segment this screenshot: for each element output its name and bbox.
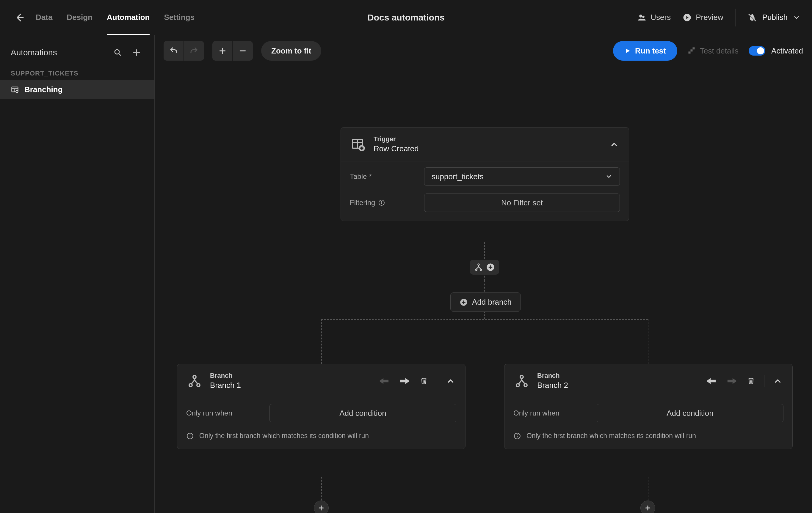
branch2-kicker: Branch (537, 372, 568, 380)
branch2-move-right-button[interactable] (725, 375, 738, 387)
branch1-header[interactable]: Branch Branch 1 (177, 364, 465, 398)
table-select[interactable]: support_tickets (424, 167, 620, 186)
svg-point-52 (520, 375, 523, 379)
tab-design[interactable]: Design (67, 0, 92, 35)
svg-marker-56 (727, 378, 737, 384)
branch1-info-row: Only the first branch which matches its … (186, 430, 456, 440)
svg-line-8 (119, 54, 121, 56)
add-branch-button[interactable]: Add branch (450, 293, 521, 312)
topbar: Data Design Automation Settings Docs aut… (0, 0, 812, 35)
info-icon (186, 432, 194, 440)
svg-rect-23 (692, 47, 695, 49)
branch2-name: Branch 2 (537, 381, 568, 390)
trigger-header[interactable]: Trigger Row Created (341, 127, 629, 161)
divider (735, 9, 735, 26)
add-branch-label: Add branch (472, 298, 512, 307)
sidebar-add-button[interactable] (129, 47, 144, 59)
table-add-icon (350, 136, 367, 153)
branch1-move-left-button[interactable] (378, 375, 390, 387)
branch-icon-button[interactable] (474, 263, 483, 272)
svg-marker-45 (379, 378, 388, 384)
zoom-group (212, 41, 253, 61)
users-button[interactable]: Users (637, 13, 671, 22)
branch2-delete-button[interactable] (746, 376, 756, 386)
sidebar-search-button[interactable] (110, 47, 125, 59)
branch1-add-condition-button[interactable]: Add condition (269, 404, 456, 422)
branch1-move-right-button[interactable] (398, 375, 411, 387)
activated-toggle[interactable] (749, 46, 765, 56)
branch2-move-left-button[interactable] (705, 375, 718, 387)
branch2-note: Only the first branch which matches its … (526, 432, 696, 440)
branch2-node: Branch Branch 2 (504, 364, 793, 449)
svg-point-34 (475, 269, 477, 270)
add-step-button[interactable] (486, 263, 495, 272)
branch1-name: Branch 1 (210, 381, 241, 390)
undo-button[interactable] (164, 41, 184, 61)
flow-canvas[interactable]: Trigger Row Created Table * support_tick… (155, 67, 812, 513)
sidebar-section-label: SUPPORT_TICKETS (0, 64, 154, 80)
run-test-label: Run test (635, 47, 666, 56)
users-label: Users (650, 13, 671, 22)
steps-icon (687, 47, 696, 55)
zoom-out-button[interactable] (233, 41, 253, 61)
play-icon (624, 48, 631, 54)
connector-line (321, 319, 648, 320)
filter-button[interactable]: No Filter set (424, 193, 620, 212)
branch1-note: Only the first branch which matches its … (199, 432, 369, 440)
tab-data[interactable]: Data (36, 0, 52, 35)
branch1-add-step-button[interactable] (314, 501, 329, 513)
trigger-body: Table * support_tickets Filtering (341, 161, 629, 221)
chevron-down-icon (793, 14, 800, 21)
tab-automation[interactable]: Automation (107, 0, 150, 35)
branch2-run-when-row: Only run when Add condition (513, 404, 783, 422)
table-field-row: Table * support_tickets (350, 167, 620, 186)
branch1-collapse-button[interactable] (445, 375, 456, 387)
redo-button[interactable] (184, 41, 204, 61)
connector-line (648, 319, 648, 364)
activated-toggle-wrap: Activated (749, 46, 803, 56)
test-details-button[interactable]: Test details (687, 47, 738, 56)
tab-settings[interactable]: Settings (164, 0, 195, 35)
svg-point-1 (639, 14, 642, 18)
sidebar-item-label: Branching (24, 85, 63, 94)
undo-redo-group (164, 41, 204, 61)
test-details-label: Test details (700, 47, 738, 56)
svg-rect-21 (688, 52, 690, 54)
back-button[interactable] (12, 12, 27, 23)
svg-point-42 (193, 375, 196, 379)
branch2-add-condition-button[interactable]: Add condition (597, 404, 783, 422)
table-select-value: support_tickets (432, 172, 484, 181)
separator (764, 375, 764, 387)
branch2-run-when-label: Only run when (513, 409, 591, 417)
plus-circle-icon (460, 298, 468, 306)
branch1-body: Only run when Add condition Only the fir… (177, 398, 465, 449)
sidebar: Automations SUPPORT_TICKETS Branching (0, 35, 155, 513)
branch2-header[interactable]: Branch Branch 2 (504, 364, 792, 398)
sidebar-item-branching[interactable]: Branching (0, 80, 154, 99)
branch1-run-when-label: Only run when (186, 409, 263, 417)
trigger-name: Row Created (374, 144, 419, 153)
separator (437, 375, 437, 387)
svg-point-33 (478, 264, 480, 265)
branch2-info-row: Only the first branch which matches its … (513, 430, 783, 440)
branch2-collapse-button[interactable] (772, 375, 783, 387)
zoom-to-fit-button[interactable]: Zoom to fit (261, 41, 321, 61)
branch2-add-step-button[interactable] (640, 501, 655, 513)
preview-label: Preview (696, 13, 723, 22)
branch-icon (186, 373, 203, 389)
zoom-in-button[interactable] (212, 41, 233, 61)
run-test-button[interactable]: Run test (613, 41, 677, 61)
filter-label-text: Filtering (350, 199, 375, 207)
collapse-trigger-button[interactable] (609, 139, 620, 150)
svg-point-61 (517, 434, 518, 435)
chevron-down-icon (605, 173, 612, 180)
branch1-delete-button[interactable] (418, 376, 429, 386)
connector-line (321, 477, 322, 504)
users-icon (637, 13, 646, 22)
info-icon[interactable] (378, 199, 385, 206)
publish-button[interactable]: Publish (748, 13, 800, 22)
trigger-title-col: Trigger Row Created (374, 135, 419, 153)
trigger-kicker: Trigger (374, 135, 419, 143)
preview-button[interactable]: Preview (683, 13, 723, 22)
automation-icon (11, 86, 19, 94)
